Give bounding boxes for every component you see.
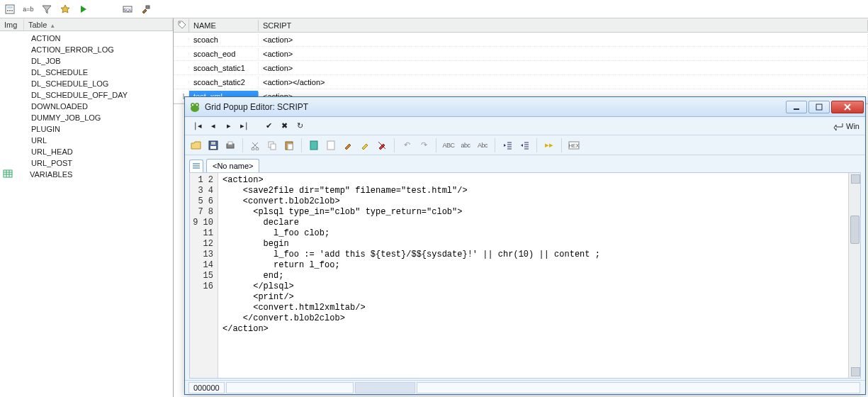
row-marker xyxy=(174,67,189,69)
case-lower-icon[interactable]: abc xyxy=(458,138,473,152)
code-area[interactable]: <action> <save2file dir="temp" filename=… xyxy=(218,173,848,378)
cell-script[interactable]: <action> xyxy=(259,62,868,74)
cell-name[interactable]: scoach_static1 xyxy=(189,62,259,74)
undo-icon[interactable]: ↶ xyxy=(400,138,414,152)
case-title-icon[interactable]: Abc xyxy=(475,138,490,152)
table-name: PLUGIN xyxy=(16,125,60,133)
first-record-icon[interactable]: ∣◂ xyxy=(191,120,205,133)
doc-icon[interactable] xyxy=(307,138,321,152)
cut-icon[interactable] xyxy=(248,138,262,152)
clear-format-icon[interactable] xyxy=(375,138,389,152)
redo-icon[interactable]: ↷ xyxy=(417,138,431,152)
col-name[interactable]: NAME xyxy=(189,20,259,31)
table-name: DOWNLOADED xyxy=(16,102,88,111)
svg-rect-1 xyxy=(7,6,13,9)
table-row[interactable]: ACTION_ERROR_LOG xyxy=(0,44,173,55)
svg-rect-8 xyxy=(4,170,12,177)
commit-icon[interactable]: ✔ xyxy=(261,120,276,133)
svg-rect-16 xyxy=(816,104,822,110)
tables-panel: Img Table▲ ACTIONACTION_ERROR_LOGDL_JOBD… xyxy=(0,18,174,397)
sql-icon[interactable]: SQL xyxy=(120,2,135,16)
calc-icon[interactable] xyxy=(3,2,17,16)
table-row[interactable]: DL_JOB xyxy=(0,55,173,67)
last-record-icon[interactable]: ▸∣ xyxy=(237,120,252,133)
grid-header: NAME SCRIPT xyxy=(174,18,868,33)
scrollbar-thumb[interactable] xyxy=(850,216,859,244)
sort-asc-icon: ▲ xyxy=(50,23,55,29)
hammer-icon[interactable] xyxy=(139,2,153,16)
indent-icon[interactable] xyxy=(517,138,531,152)
brush-icon[interactable] xyxy=(341,138,355,152)
filter-icon[interactable] xyxy=(40,2,54,16)
table-row[interactable]: URL_POST xyxy=(0,157,173,169)
table-row[interactable]: URL xyxy=(0,135,173,146)
prev-record-icon[interactable]: ◂ xyxy=(206,120,220,133)
ab-icon[interactable]: a=b xyxy=(21,2,35,16)
svg-rect-25 xyxy=(271,144,276,150)
svg-rect-7 xyxy=(146,6,150,9)
grid-row[interactable]: scoach_static2<action></action> xyxy=(174,75,868,89)
cell-name[interactable]: scoach_static2 xyxy=(189,77,259,88)
svg-point-4 xyxy=(11,10,13,11)
tab-noname[interactable]: <No name> xyxy=(206,159,259,172)
minimize-button[interactable] xyxy=(786,101,807,113)
cancel-icon[interactable]: ✖ xyxy=(277,120,291,133)
table-row[interactable]: DUMMY_JOB_LOG xyxy=(0,112,173,123)
cell-script[interactable]: <action> xyxy=(259,34,868,45)
col-script[interactable]: SCRIPT xyxy=(259,20,868,31)
row-marker xyxy=(174,52,189,55)
col-img[interactable]: Img xyxy=(0,19,24,30)
cell-name[interactable]: scoach_eod xyxy=(189,48,259,60)
case-upper-icon[interactable]: ABC xyxy=(441,138,456,152)
cell-name[interactable]: scoach xyxy=(189,34,259,45)
col-selector[interactable] xyxy=(174,19,189,32)
cell-script[interactable]: <action> xyxy=(259,48,868,60)
status-position: 000000 xyxy=(188,382,225,393)
unindent-icon[interactable] xyxy=(500,138,514,152)
table-name: ACTION_ERROR_LOG xyxy=(16,45,114,54)
fast-forward-icon[interactable]: ▸▸ xyxy=(542,138,556,152)
table-row[interactable]: PLUGIN xyxy=(0,123,173,135)
table-row[interactable]: DL_SCHEDULE_OFF_DAY xyxy=(0,89,173,101)
tab-list-icon[interactable] xyxy=(189,160,203,172)
svg-point-3 xyxy=(9,10,11,11)
main-toolbar: a=b SQL xyxy=(0,0,868,18)
status-bar: 000000 xyxy=(185,380,865,394)
refresh-icon[interactable]: ↻ xyxy=(293,120,307,133)
table-row[interactable]: URL_HEAD xyxy=(0,146,173,157)
svg-rect-27 xyxy=(288,144,293,150)
highlight-icon[interactable] xyxy=(358,138,372,152)
table-row[interactable]: DL_SCHEDULE_LOG xyxy=(0,78,173,89)
svg-point-13 xyxy=(192,104,193,105)
table-row[interactable]: ACTION xyxy=(0,33,173,44)
copy-icon[interactable] xyxy=(265,138,279,152)
save-icon[interactable] xyxy=(206,138,220,152)
new-doc-icon[interactable] xyxy=(324,138,338,152)
grid-row[interactable]: scoach_static1<action> xyxy=(174,61,868,75)
grid-row[interactable]: scoach<action> xyxy=(174,33,868,47)
col-table[interactable]: Table▲ xyxy=(24,19,173,30)
grid-row[interactable]: scoach_eod<action> xyxy=(174,47,868,61)
code-editor[interactable]: 1 2 3 4 5 6 7 8 9 10 11 12 13 14 15 16 <… xyxy=(189,172,861,379)
print-icon[interactable] xyxy=(223,138,237,152)
maximize-button[interactable] xyxy=(808,101,830,113)
open-icon[interactable] xyxy=(189,138,203,152)
run-icon[interactable] xyxy=(77,2,91,16)
paste-icon[interactable] xyxy=(282,138,296,152)
table-row[interactable]: DOWNLOADED xyxy=(0,101,173,112)
cell-script[interactable]: <action></action> xyxy=(259,77,868,88)
vertical-scrollbar[interactable] xyxy=(848,173,860,378)
table-row[interactable]: DL_SCHEDULE xyxy=(0,67,173,78)
svg-rect-15 xyxy=(794,108,799,110)
star-refresh-icon[interactable] xyxy=(58,2,72,16)
next-record-icon[interactable]: ▸ xyxy=(222,120,236,133)
titlebar[interactable]: Grid Popup Editor: SCRIPT xyxy=(185,97,865,117)
win-toggle[interactable]: Win xyxy=(833,122,859,130)
table-row[interactable]: VARIABLES xyxy=(0,169,173,180)
close-button[interactable] xyxy=(831,101,864,113)
grid-popup-editor: Grid Popup Editor: SCRIPT ∣◂ ◂ ▸ ▸∣ ✔ ✖ … xyxy=(184,96,866,395)
app-icon xyxy=(189,101,201,113)
svg-text:SQL: SQL xyxy=(123,8,133,12)
hex-icon[interactable]: HEX xyxy=(567,138,581,152)
edit-toolbar: ↶ ↷ ABC abc Abc ▸▸ HEX xyxy=(185,135,865,155)
